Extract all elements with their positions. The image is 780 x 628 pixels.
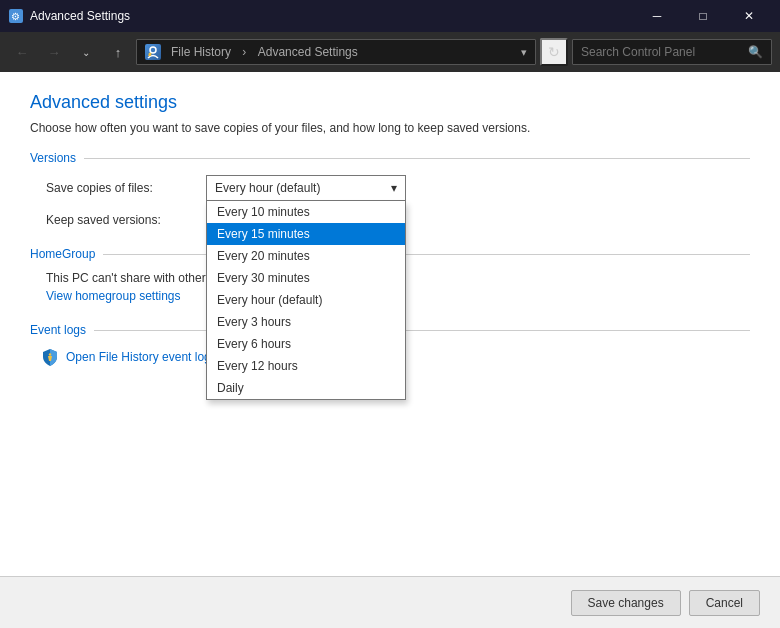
page-title: Advanced settings <box>30 92 750 113</box>
dropdown-option-6[interactable]: Every 6 hours <box>207 333 405 355</box>
main-content: Advanced settings Choose how often you w… <box>0 72 780 576</box>
dropdown-list: Every 10 minutes Every 15 minutes Every … <box>206 201 406 400</box>
search-icon: 🔍 <box>748 45 763 59</box>
dropdown-option-8[interactable]: Daily <box>207 377 405 399</box>
forward-button[interactable]: → <box>40 38 68 66</box>
app-icon: ⚙ <box>8 8 24 24</box>
dropdown-option-2[interactable]: Every 20 minutes <box>207 245 405 267</box>
svg-text:⚙: ⚙ <box>11 11 20 22</box>
save-copies-dropdown[interactable]: Every hour (default) ▾ <box>206 175 406 201</box>
dropdown-option-7[interactable]: Every 12 hours <box>207 355 405 377</box>
address-field[interactable]: File History › Advanced Settings ▾ <box>136 39 536 65</box>
search-input[interactable] <box>581 45 742 59</box>
breadcrumb-part1: File History <box>171 45 231 59</box>
dropdown-selected-value: Every hour (default) <box>215 181 320 195</box>
minimize-button[interactable]: ─ <box>634 0 680 32</box>
maximize-button[interactable]: □ <box>680 0 726 32</box>
shield-uac-icon <box>40 347 60 367</box>
save-copies-label: Save copies of files: <box>46 181 206 195</box>
address-dropdown-icon[interactable]: ▾ <box>521 46 527 59</box>
breadcrumb-separator: › <box>242 45 249 59</box>
dropdown-arrow-icon: ▾ <box>391 181 397 195</box>
search-bar[interactable]: 🔍 <box>572 39 772 65</box>
breadcrumb-part2: Advanced Settings <box>258 45 358 59</box>
save-copies-row: Save copies of files: Every hour (defaul… <box>30 175 750 201</box>
dropdown-option-4[interactable]: Every hour (default) <box>207 289 405 311</box>
dropdown-option-5[interactable]: Every 3 hours <box>207 311 405 333</box>
address-bar: ← → ⌄ ↑ File History › Advanced Settings… <box>0 32 780 72</box>
close-button[interactable]: ✕ <box>726 0 772 32</box>
up-button[interactable]: ↑ <box>104 38 132 66</box>
cancel-button[interactable]: Cancel <box>689 590 760 616</box>
back-button[interactable]: ← <box>8 38 36 66</box>
footer: Save changes Cancel <box>0 576 780 628</box>
title-bar: ⚙ Advanced Settings ─ □ ✕ <box>0 0 780 32</box>
versions-section: Versions Save copies of files: Every hou… <box>30 151 750 227</box>
versions-section-title: Versions <box>30 151 750 165</box>
svg-point-5 <box>49 353 51 355</box>
dropdown-option-1[interactable]: Every 15 minutes <box>207 223 405 245</box>
dropdown-option-3[interactable]: Every 30 minutes <box>207 267 405 289</box>
breadcrumb: File History › Advanced Settings <box>167 45 362 59</box>
dropdown-arrow-button[interactable]: ⌄ <box>72 38 100 66</box>
keep-versions-label: Keep saved versions: <box>46 213 206 227</box>
window-controls: ─ □ ✕ <box>634 0 772 32</box>
save-copies-dropdown-container: Every hour (default) ▾ Every 10 minutes … <box>206 175 406 201</box>
save-changes-button[interactable]: Save changes <box>571 590 681 616</box>
address-icon <box>145 44 161 60</box>
page-description: Choose how often you want to save copies… <box>30 121 750 135</box>
window-title: Advanced Settings <box>30 9 634 23</box>
svg-point-2 <box>150 47 156 53</box>
refresh-button[interactable]: ↻ <box>540 38 568 66</box>
dropdown-option-0[interactable]: Every 10 minutes <box>207 201 405 223</box>
